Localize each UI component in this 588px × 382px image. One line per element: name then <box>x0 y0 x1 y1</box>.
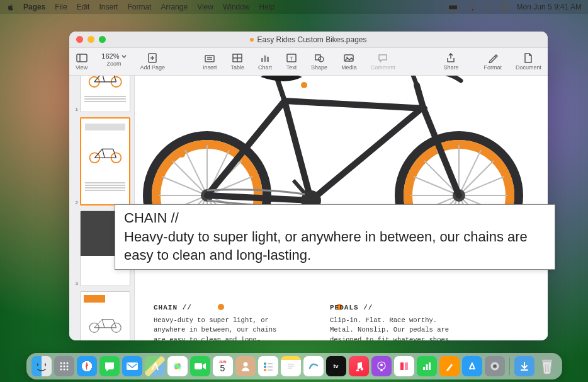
dock-trash[interactable] <box>537 356 557 376</box>
page-thumbnail[interactable]: 1 <box>73 76 130 112</box>
dock-finder[interactable] <box>31 356 52 376</box>
svg-rect-21 <box>261 58 263 62</box>
page-thumbnail[interactable]: 4 <box>73 291 130 340</box>
format-button[interactable]: Format <box>483 52 502 71</box>
chart-button[interactable]: Chart <box>258 52 272 71</box>
col-title-chain: CHAIN // <box>154 303 192 313</box>
media-button[interactable]: Media <box>341 52 357 71</box>
svg-rect-98 <box>127 362 138 370</box>
dock-messages[interactable] <box>99 356 120 376</box>
menu-view[interactable]: View <box>197 3 213 11</box>
dock-mail[interactable] <box>122 356 142 376</box>
svg-line-53 <box>185 150 207 195</box>
dock-facetime[interactable] <box>190 356 210 376</box>
svg-rect-2 <box>458 6 460 8</box>
dock-numbers[interactable] <box>417 356 437 376</box>
chevron-down-icon <box>122 55 127 58</box>
dock-separator <box>509 357 510 375</box>
svg-line-5 <box>490 8 492 11</box>
shape-icon <box>314 52 325 64</box>
svg-point-104 <box>243 362 247 367</box>
svg-point-105 <box>264 362 266 365</box>
thumb-page-number: 2 <box>73 200 78 205</box>
dock-news[interactable] <box>394 356 414 376</box>
svg-point-120 <box>494 365 496 368</box>
view-button[interactable]: View <box>76 52 88 71</box>
add-page-button[interactable]: Add Page <box>140 52 166 71</box>
insert-label: Insert <box>203 64 217 71</box>
pages-window: Easy Rides Custom Bikes.pages View 162% … <box>69 32 548 340</box>
share-button[interactable]: Share <box>443 52 458 71</box>
svg-line-81 <box>277 78 285 101</box>
dock-downloads[interactable] <box>514 356 534 376</box>
text-button[interactable]: T Text <box>286 52 297 71</box>
dock-pages[interactable] <box>439 356 460 376</box>
svg-marker-97 <box>87 366 88 371</box>
svg-rect-22 <box>264 55 266 62</box>
dock-appstore[interactable] <box>462 356 482 376</box>
apple-menu[interactable] <box>6 3 14 11</box>
dock-podcasts[interactable] <box>371 356 392 376</box>
svg-point-27 <box>319 57 324 62</box>
dock-music[interactable] <box>349 356 369 376</box>
callout-dot-icon <box>301 82 307 88</box>
dock-maps[interactable] <box>145 356 165 376</box>
dock-settings[interactable] <box>485 356 505 376</box>
dock-photos[interactable] <box>167 356 188 376</box>
dock-tv[interactable]: tv <box>326 356 346 376</box>
svg-point-91 <box>66 366 68 368</box>
svg-point-86 <box>60 362 62 364</box>
battery-icon[interactable] <box>448 4 460 11</box>
insert-button[interactable]: Insert <box>203 52 217 71</box>
magnifier-body: Heavy-duty to super light, or anywhere i… <box>124 228 546 265</box>
menu-arrange[interactable]: Arrange <box>161 3 188 11</box>
chart-icon <box>259 52 271 64</box>
dock-calendar[interactable]: JUN5 <box>213 356 233 376</box>
document-button[interactable]: Document <box>516 52 541 71</box>
dock-contacts[interactable] <box>235 356 256 376</box>
menu-format[interactable]: Format <box>127 3 151 11</box>
shape-button[interactable]: Shape <box>311 52 327 71</box>
wifi-icon[interactable] <box>468 3 477 11</box>
search-icon[interactable] <box>485 3 493 11</box>
dock-freeform[interactable] <box>303 356 324 376</box>
magnifier-title: CHAIN // <box>124 209 546 228</box>
comment-button[interactable]: Comment <box>371 52 395 71</box>
minimize-button[interactable] <box>88 36 94 43</box>
svg-point-109 <box>264 369 266 371</box>
document-title-text: Easy Rides Custom Bikes.pages <box>257 35 366 44</box>
menubar-clock[interactable]: Mon Jun 5 9:41 AM <box>517 3 582 11</box>
insert-icon <box>204 52 215 64</box>
svg-rect-10 <box>77 54 87 62</box>
menubar: Pages File Edit Insert Format Arrange Vi… <box>0 0 588 14</box>
close-button[interactable] <box>76 36 83 43</box>
dock-safari[interactable] <box>77 356 97 376</box>
comment-label: Comment <box>371 64 395 71</box>
menu-window[interactable]: Window <box>223 3 250 11</box>
text-label: Text <box>286 64 297 71</box>
menu-edit[interactable]: Edit <box>77 3 90 11</box>
svg-rect-15 <box>205 55 214 62</box>
zoom-window-button[interactable] <box>99 36 106 43</box>
dock-cal-day: 5 <box>220 364 225 373</box>
svg-text:T: T <box>290 55 293 62</box>
svg-rect-116 <box>423 367 425 370</box>
svg-point-114 <box>380 364 383 366</box>
menu-insert[interactable]: Insert <box>99 3 118 11</box>
menu-file[interactable]: File <box>55 3 67 11</box>
add-page-icon <box>147 52 158 64</box>
app-name-menu[interactable]: Pages <box>23 3 45 11</box>
zoom-dropdown[interactable]: 162% Zoom <box>101 52 126 67</box>
svg-marker-96 <box>86 362 87 366</box>
view-icon <box>76 52 88 64</box>
format-icon <box>487 52 499 64</box>
dock-notes[interactable] <box>281 356 301 376</box>
svg-point-9 <box>506 8 508 10</box>
menu-help[interactable]: Help <box>259 3 275 11</box>
dock-launchpad[interactable] <box>54 356 74 376</box>
page-thumbnail[interactable]: 2 <box>73 117 130 205</box>
dock-reminders[interactable] <box>258 356 278 376</box>
table-button[interactable]: Table <box>231 52 245 71</box>
control-center-icon[interactable] <box>500 3 509 11</box>
svg-rect-118 <box>429 362 431 370</box>
